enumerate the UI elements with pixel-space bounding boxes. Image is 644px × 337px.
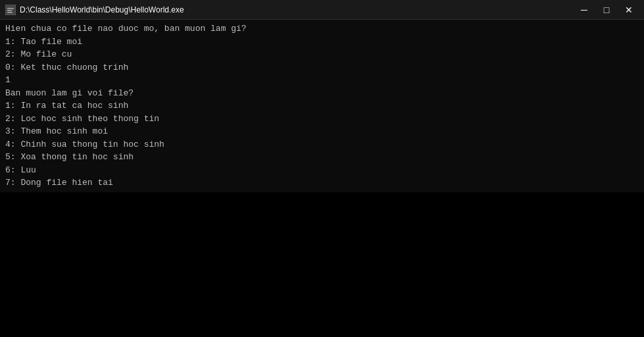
console-line: 4: Chinh sua thong tin hoc sinh	[5, 138, 639, 151]
console-line: 3: Them hoc sinh moi	[5, 125, 639, 138]
svg-rect-3	[7, 12, 12, 13]
close-button[interactable]: ✕	[619, 3, 639, 16]
title-bar: D:\Class\HelloWorld\bin\Debug\HelloWorld…	[0, 0, 644, 20]
maximize-button[interactable]: □	[597, 3, 616, 16]
console-line: 2: Mo file cu	[5, 48, 639, 61]
console-line: 2: Loc hoc sinh theo thong tin	[5, 113, 639, 126]
app-icon	[5, 5, 16, 15]
console-output: Hien chua co file nao duoc mo, ban muon …	[0, 20, 644, 192]
console-line: 0: Ket thuc chuong trinh	[5, 61, 639, 74]
minimize-button[interactable]: ─	[574, 3, 594, 16]
title-bar-left: D:\Class\HelloWorld\bin\Debug\HelloWorld…	[5, 5, 184, 15]
console-line: 1	[5, 74, 639, 87]
svg-rect-1	[7, 8, 14, 9]
console-line: 1: In ra tat ca hoc sinh	[5, 99, 639, 113]
console-line: 7: Dong file hien tai	[5, 176, 639, 190]
console-line: 5: Xoa thong tin hoc sinh	[5, 151, 639, 164]
title-bar-controls: ─ □ ✕	[574, 3, 639, 16]
svg-rect-2	[7, 10, 12, 11]
console-line: 1: Tao file moi	[5, 36, 639, 49]
window: D:\Class\HelloWorld\bin\Debug\HelloWorld…	[0, 0, 644, 192]
window-title: D:\Class\HelloWorld\bin\Debug\HelloWorld…	[20, 5, 184, 14]
console-line: 6: Luu	[5, 164, 639, 177]
console-line: Hien chua co file nao duoc mo, ban muon …	[5, 22, 639, 36]
console-line: Ban muon lam gi voi file?	[5, 87, 639, 100]
